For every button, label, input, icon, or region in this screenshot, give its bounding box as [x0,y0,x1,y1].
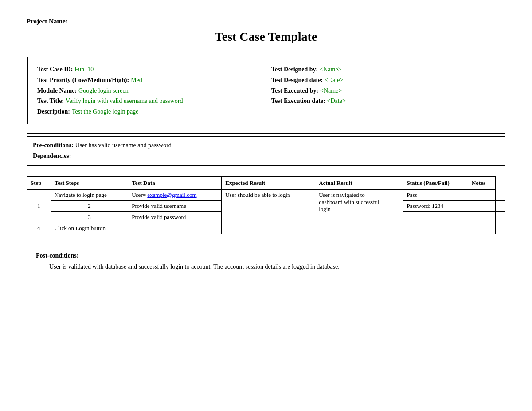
table-row: 4 Click on Login button [27,223,505,234]
info-grid: Test Case ID: Fun_10 Test Priority (Low/… [37,64,497,117]
test-executed-by-row: Test Executed by: <Name> [271,86,497,96]
info-section: Test Case ID: Fun_10 Test Priority (Low/… [27,57,505,124]
module-name-label: Module Name: [37,86,77,96]
test-title-value: Verify login with valid username and pas… [66,96,183,106]
postconditions-section: Post-conditions: User is validated with … [27,245,505,279]
step-1-num: 1 [27,189,51,223]
module-name-value: Google login screen [78,86,129,96]
step-4-notes [468,223,495,234]
step-2-test-steps: Provide valid username [128,200,222,211]
table-header-row: Step Test Steps Test Data Expected Resul… [27,176,505,189]
test-designed-by-label: Test Designed by: [271,64,318,75]
test-title-label: Test Title: [37,96,64,106]
test-executed-by-value: <Name> [320,86,342,96]
test-designed-date-row: Test Designed date: <Date> [271,75,497,86]
test-case-id-value: Fun_10 [74,64,94,75]
test-execution-date-value: <Date> [327,96,346,106]
preconditions-section: Pre-conditions: User has valid username … [27,136,505,166]
test-data-prefix: User= [132,192,147,198]
section-divider-1 [27,133,505,134]
step-4-actual [315,223,403,234]
step-3-num-display: 3 [51,211,128,223]
preconditions-label: Pre-conditions: [33,140,74,151]
col-test-steps: Test Steps [51,176,128,189]
step-4-status [403,223,468,234]
description-value: Test the Google login page [72,106,139,117]
step-3-notes [495,211,505,223]
page-title: Test Case Template [27,30,505,44]
test-case-id-label: Test Case ID: [37,64,73,75]
step-2-status [468,200,495,211]
test-data-link[interactable]: example@gmail.com [147,192,196,198]
description-row: Description: Test the Google login page [37,106,262,117]
steps-table: Step Test Steps Test Data Expected Resul… [27,176,505,234]
test-case-id-row: Test Case ID: Fun_10 [37,64,262,75]
step-1-actual: User is navigated todashboard with succe… [315,189,403,223]
col-notes: Notes [468,176,495,189]
step-3-status [468,211,495,223]
info-right-col: Test Designed by: <Name> Test Designed d… [271,64,497,117]
test-priority-row: Test Priority (Low/Medium/High): Med [37,75,262,86]
dependencies-label: Dependencies: [33,151,71,161]
description-label: Description: [37,106,70,117]
test-execution-date-label: Test Execution date: [271,96,325,106]
test-execution-date-row: Test Execution date: <Date> [271,96,497,106]
test-designed-date-label: Test Designed date: [271,75,323,86]
step-2-notes [495,200,505,211]
dependencies-row: Dependencies: [33,151,499,161]
test-executed-by-label: Test Executed by: [271,86,318,96]
postconditions-value: User is validated with database and succ… [49,262,496,272]
col-expected-result: Expected Result [222,176,315,189]
test-designed-by-row: Test Designed by: <Name> [271,64,497,75]
step-4-expected [222,223,315,234]
test-priority-value: Med [131,75,142,86]
test-title-row: Test Title: Verify login with valid user… [37,96,262,106]
step-3-test-steps: Provide valid password [128,211,222,223]
preconditions-row: Pre-conditions: User has valid username … [33,140,499,151]
preconditions-value: User has valid username and password [75,140,172,151]
postconditions-label: Post-conditions: [36,252,496,259]
step-1-test-data: User= example@gmail.com [128,189,222,200]
step-1-notes [468,189,495,200]
module-name-row: Module Name: Google login screen [37,86,262,96]
col-status: Status (Pass/Fail) [403,176,468,189]
step-4-test-steps: Click on Login button [51,223,128,234]
col-step: Step [27,176,51,189]
col-test-data: Test Data [128,176,222,189]
test-designed-date-value: <Date> [325,75,343,86]
test-designed-by-value: <Name> [320,64,341,75]
step-4-test-data [128,223,222,234]
step-1-test-steps: Navigate to login page [51,189,128,200]
step-2-num-display: 2 [51,200,128,211]
col-actual-result: Actual Result [315,176,403,189]
table-row: 1 Navigate to login page User= example@g… [27,189,505,200]
step-1-expected: User should be able to login [222,189,315,223]
step-2-test-data: Password: 1234 [403,200,468,211]
project-name-label: Project Name: [27,18,505,25]
test-priority-label: Test Priority (Low/Medium/High): [37,75,129,86]
step-4-num: 4 [27,223,51,234]
step-1-status: Pass [403,189,468,200]
info-left-col: Test Case ID: Fun_10 Test Priority (Low/… [37,64,262,117]
step-3-test-data [403,211,468,223]
